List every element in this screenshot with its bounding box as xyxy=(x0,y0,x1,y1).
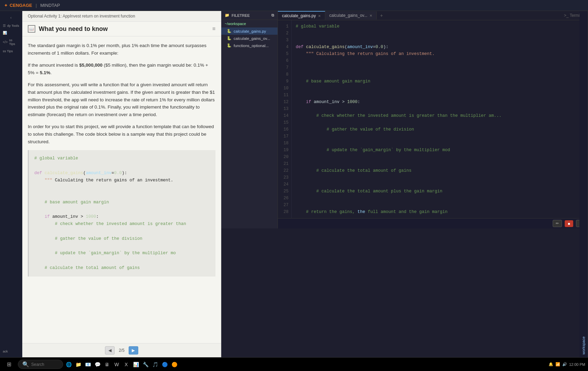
topbar-separator: | xyxy=(36,3,37,8)
filetree-file-1[interactable]: 🐍 calculate_gains.py xyxy=(221,27,278,35)
nav-next-button[interactable]: ▶ xyxy=(129,346,138,355)
code-ln13: # check whether the invested amount is g… xyxy=(296,113,502,118)
sidebar-item-label-back: ack xyxy=(3,349,8,353)
sidebar-item-chart[interactable]: 📊 xyxy=(0,30,22,36)
taskbar-icon-mail[interactable]: 📧 xyxy=(84,360,92,369)
sidebar-item-label-tips2: ss Tips xyxy=(3,49,13,53)
page-current: 2 xyxy=(119,348,121,353)
editor-tab-1-close[interactable]: ✕ xyxy=(318,14,321,18)
filetree: 📁 FILETREE ⧉ ~/workspace 🐍 calculate_gai… xyxy=(221,11,278,228)
sidebar-item-tips1[interactable]: </> ss Tips xyxy=(0,37,22,47)
line-num-17: 17 xyxy=(278,133,291,140)
line-num-27: 27 xyxy=(278,202,291,209)
code-sample: # global variable def calculate_gains(am… xyxy=(28,150,215,277)
taskbar-icon-app3[interactable]: 🎵 xyxy=(151,360,159,369)
code-ln1: # global variable xyxy=(296,24,340,29)
nav-prev-button[interactable]: ◀ xyxy=(105,346,115,355)
line-num-9: 9 xyxy=(278,78,291,85)
taskbar-search-input[interactable] xyxy=(31,362,59,367)
editor-tabs: calculate_gains.py ✕ calculate_gains_ov.… xyxy=(278,11,588,20)
add-tab-button[interactable]: + xyxy=(377,11,386,20)
stop-button[interactable]: ■ xyxy=(565,220,573,227)
line-num-3: 3 xyxy=(278,37,291,44)
code-ln27: # return the gains, the full amount and … xyxy=(296,210,448,214)
line-num-16: 16 xyxy=(278,126,291,133)
left-sidebar: ‹ ☰ dy Tools 📊 </> ss Tips ss Tips ack xyxy=(0,11,22,357)
line-num-15: 15 xyxy=(278,119,291,126)
code-ln18: # update the `gain_margin` by the multip… xyxy=(296,148,450,153)
collapse-chevron-icon[interactable]: ‹ xyxy=(10,15,11,20)
panel-header-icon: 📖 xyxy=(28,25,35,33)
line-num-12: 12 xyxy=(278,99,291,105)
filetree-workspace: ~/workspace xyxy=(221,20,278,27)
line-num-22: 22 xyxy=(278,167,291,174)
line-num-11: 11 xyxy=(278,92,291,99)
line-num-20: 20 xyxy=(278,154,291,160)
taskbar-right-area: 🔔 📶 🔊 12:00 PM xyxy=(549,362,585,367)
editor-tab-1-label: calculate_gains.py xyxy=(282,13,316,18)
code-ln21: # calculate the total amount of gains xyxy=(296,168,412,173)
filetree-file-2[interactable]: 🐍 calculate_gains_ov... xyxy=(221,35,278,42)
editor-section: calculate_gains.py ✕ calculate_gains_ov.… xyxy=(278,11,588,228)
filetree-action-icon[interactable]: ⧉ xyxy=(271,13,274,18)
panel-header: 📖 What you need to know ≡ xyxy=(22,22,221,36)
taskbar-icon-terminal[interactable]: 🖥 xyxy=(103,360,111,369)
line-num-13: 13 xyxy=(278,105,291,112)
panel-content: The standard gain margin is 0.1% per mon… xyxy=(22,36,221,343)
line-num-21: 21 xyxy=(278,160,291,167)
ide-bottom-bar: ✏ ■ ⬇ xyxy=(278,218,588,228)
taskbar-icon-word[interactable]: W xyxy=(113,360,121,369)
editor-tab-1[interactable]: calculate_gains.py ✕ xyxy=(278,11,325,20)
taskbar-search-box[interactable]: 🔍 xyxy=(18,360,63,369)
code-editor[interactable]: 1 2 3 4 5 6 7 8 9 10 11 xyxy=(278,20,588,218)
code-ln24: # calculate the total amount plus the ga… xyxy=(296,189,443,194)
taskbar-wifi-icon[interactable]: 📶 xyxy=(555,362,560,367)
code-ln5: """ Calculating the return gains of an i… xyxy=(296,52,435,56)
file-icon-3: 🐍 xyxy=(227,43,232,48)
line-num-6: 6 xyxy=(278,57,291,64)
ide-top: 📁 FILETREE ⧉ ~/workspace 🐍 calculate_gai… xyxy=(221,11,588,228)
line-num-18: 18 xyxy=(278,140,291,147)
paragraph-2: If the amount invested is $5,000,000 ($5… xyxy=(28,61,215,76)
taskbar-icon-internet[interactable]: 🌐 xyxy=(64,360,73,369)
editor-tab-2-close[interactable]: ✕ xyxy=(369,14,372,18)
taskbar-icon-app4[interactable]: 🔵 xyxy=(161,360,169,369)
pencil-button[interactable]: ✏ xyxy=(553,220,562,227)
topbar-cengage-label: CENGAGE xyxy=(10,3,32,8)
chart-icon: 📊 xyxy=(3,31,7,35)
line-num-5: 5 xyxy=(278,50,291,57)
line-num-24: 24 xyxy=(278,181,291,188)
line-num-7: 7 xyxy=(278,64,291,71)
taskbar-notification-icon[interactable]: 🔔 xyxy=(549,362,553,367)
sidebar-item-study-tools[interactable]: ☰ dy Tools xyxy=(0,22,22,29)
filetree-file-3[interactable]: 🐍 functions_optional... xyxy=(221,42,278,49)
taskbar-icon-app5[interactable]: 🟠 xyxy=(170,360,178,369)
terminal-side-tab[interactable]: workspace xyxy=(579,11,588,357)
sidebar-item-label-study-tools: dy Tools xyxy=(7,24,19,27)
line-num-2: 2 xyxy=(278,30,291,37)
taskbar-sound-icon[interactable]: 🔊 xyxy=(562,362,567,367)
taskbar-icon-app2[interactable]: 🔧 xyxy=(141,360,150,369)
taskbar-start-button[interactable]: ⊞ xyxy=(3,359,15,370)
filetree-header-label: FILETREE xyxy=(232,13,250,18)
book-icon: 📖 xyxy=(29,27,34,31)
page-indicator: 2/5 xyxy=(119,348,125,353)
breadcrumb-text: Optional Activity 1: AppInvest return on… xyxy=(28,14,135,19)
taskbar-icon-app1[interactable]: 📊 xyxy=(132,360,140,369)
sidebar-item-back[interactable]: ack xyxy=(0,348,22,355)
line-num-23: 23 xyxy=(278,174,291,181)
breadcrumb: Optional Activity 1: AppInvest return on… xyxy=(22,11,221,22)
line-num-25: 25 xyxy=(278,188,291,195)
line-numbers: 1 2 3 4 5 6 7 8 9 10 11 xyxy=(278,20,292,218)
taskbar-icon-explorer[interactable]: 📁 xyxy=(74,360,82,369)
taskbar-icon-chat[interactable]: 💬 xyxy=(93,360,102,369)
sidebar-item-tips2[interactable]: ss Tips xyxy=(0,48,22,54)
line-num-10: 10 xyxy=(278,85,291,92)
editor-tab-2[interactable]: calculate_gains_ov... ✕ xyxy=(325,11,377,20)
taskbar-icon-excel[interactable]: X xyxy=(122,360,130,369)
filetree-file-1-name: calculate_gains.py xyxy=(234,29,266,33)
code-content[interactable]: # global variable def calculate_gains(am… xyxy=(292,20,588,218)
panel-menu-icon[interactable]: ≡ xyxy=(212,26,215,32)
code-ln11: if amount_inv > 1000: xyxy=(296,100,360,104)
taskbar: ⊞ 🔍 🌐 📁 📧 💬 🖥 W X 📊 🔧 🎵 🔵 🟠 🔔 📶 🔊 12:00 … xyxy=(0,357,588,371)
